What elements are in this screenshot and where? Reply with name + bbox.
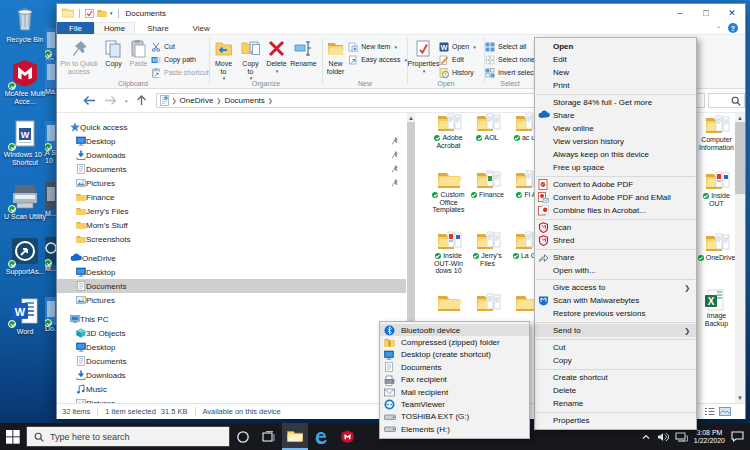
file-item-custom-office-templates[interactable]: Custom Office Templates bbox=[429, 168, 468, 214]
qat-customize-icon[interactable]: ▾ bbox=[110, 10, 113, 16]
nav-item-desktop[interactable]: Desktop bbox=[57, 134, 406, 148]
tab-file[interactable]: File bbox=[57, 22, 94, 34]
nav-item-documents[interactable]: Documents bbox=[57, 162, 406, 176]
menu-item-documents[interactable]: Documents bbox=[380, 361, 529, 373]
taskbar-clock[interactable]: 3:08 PM1/22/2020 bbox=[694, 429, 725, 445]
menu-item-new[interactable]: New bbox=[535, 66, 696, 79]
desktop-icon-mcafee-multi-acce[interactable]: McAfee Multi Acce... bbox=[2, 58, 48, 105]
maximize-button[interactable]: □ bbox=[693, 5, 719, 22]
ribbon-button-copy-to[interactable]: Copy to▾ bbox=[237, 38, 264, 84]
menu-item-combine-files-in-acrobat[interactable]: Combine files in Acrobat... bbox=[535, 204, 696, 217]
menu-item-mail-recipient[interactable]: Mail recipient bbox=[380, 386, 529, 398]
menu-item-shred[interactable]: Shred bbox=[535, 234, 696, 247]
ribbon-button-new-folder[interactable]: New folder bbox=[323, 38, 348, 76]
desktop-icon-partial[interactable]: Ma... bbox=[45, 60, 56, 106]
tray-expand-button[interactable] bbox=[641, 433, 651, 441]
menu-item-restore-previous-versions[interactable]: Restore previous versions bbox=[535, 307, 696, 320]
details-view-icon[interactable] bbox=[704, 407, 715, 416]
nav-section-onedrive[interactable]: OneDrive bbox=[57, 251, 406, 265]
ribbon-button-new-item[interactable]: New item▾ bbox=[348, 41, 407, 52]
menu-item-fax-recipient[interactable]: Fax recipient bbox=[380, 374, 529, 386]
menu-item-free-up-space[interactable]: Free up space bbox=[535, 161, 696, 174]
desktop-icon-u-scan-utility[interactable]: U Scan Utility bbox=[2, 181, 48, 221]
task-view-button[interactable] bbox=[256, 423, 282, 450]
scroll-up-icon[interactable]: ▲ bbox=[407, 114, 415, 122]
menu-item-send-to[interactable]: Send to❯ bbox=[535, 324, 696, 337]
breadcrumb-onedrive[interactable]: OneDrive bbox=[180, 96, 214, 105]
menu-item-view-online[interactable]: View online bbox=[535, 122, 696, 135]
nav-item-documents[interactable]: Documents bbox=[57, 279, 406, 293]
edge-button[interactable] bbox=[308, 423, 334, 450]
back-icon[interactable] bbox=[83, 95, 96, 106]
breadcrumb-documents[interactable]: Documents bbox=[224, 96, 264, 105]
file-item-computer-information[interactable]: Computer Information bbox=[697, 113, 736, 151]
menu-item-edit[interactable]: Edit bbox=[535, 53, 696, 66]
thumbnail-view-icon[interactable] bbox=[719, 407, 731, 416]
file-item-onedrive[interactable]: OneDrive bbox=[697, 231, 736, 262]
menu-item-desktop-create-shortcut[interactable]: Desktop (create shortcut) bbox=[380, 349, 529, 361]
file-item-aol[interactable]: AOL bbox=[468, 113, 507, 142]
nav-item-finance[interactable]: Finance bbox=[57, 190, 406, 204]
ribbon-button-properties[interactable]: Properties▾ bbox=[408, 38, 439, 76]
nav-section-this-pc[interactable]: This PC bbox=[57, 312, 406, 326]
menu-item-bluetooth-device[interactable]: Bluetooth device bbox=[380, 324, 529, 336]
file-scrollbar-thumb[interactable] bbox=[735, 122, 745, 194]
menu-item-rename[interactable]: Rename bbox=[535, 397, 696, 410]
menu-item-share[interactable]: Share bbox=[535, 251, 696, 264]
desktop-icon-windows-10-shortcut[interactable]: WWindows 10 - Shortcut bbox=[2, 119, 48, 166]
volume-button[interactable] bbox=[657, 432, 669, 442]
desktop-icon-recycle-bin[interactable]: Recycle Bin bbox=[2, 4, 48, 44]
up-icon[interactable] bbox=[136, 95, 147, 106]
qat-properties-icon[interactable] bbox=[85, 9, 94, 18]
taskbar-search-input[interactable]: Type here to search bbox=[26, 426, 230, 447]
menu-item-elements-h[interactable]: Elements (H:) bbox=[380, 423, 529, 435]
menu-item-share[interactable]: Share bbox=[535, 109, 696, 122]
minimize-button[interactable]: – bbox=[667, 5, 693, 22]
menu-item-scan-with-malwarebytes[interactable]: Scan with Malwarebytes bbox=[535, 294, 696, 307]
desktop-icon-partial[interactable]: M... bbox=[45, 237, 56, 283]
ribbon-button-open[interactable]: WOpen▾ bbox=[439, 41, 476, 52]
mcafee-button[interactable] bbox=[334, 423, 360, 450]
file-scrollbar[interactable]: ▲ ▼ bbox=[735, 113, 745, 403]
ribbon-button-cut[interactable]: Cut bbox=[151, 41, 209, 52]
network-button[interactable] bbox=[675, 432, 688, 442]
ribbon-collapse-icon[interactable]: ⌃ bbox=[716, 25, 721, 32]
desktop-icon-supportas[interactable]: SupportAs... bbox=[2, 236, 48, 276]
start-button[interactable] bbox=[0, 423, 26, 450]
search-input[interactable] bbox=[708, 93, 745, 108]
menu-item-always-keep-on-this-device[interactable]: Always keep on this device bbox=[535, 148, 696, 161]
scroll-up-icon[interactable]: ▲ bbox=[735, 114, 745, 122]
nav-item-music[interactable]: Music bbox=[57, 382, 406, 396]
menu-item-copy[interactable]: Copy bbox=[535, 354, 696, 367]
nav-item-pictures[interactable]: Pictures bbox=[57, 293, 406, 307]
ribbon-button-copy[interactable]: Copy bbox=[101, 38, 126, 69]
action-center-button[interactable] bbox=[731, 431, 744, 442]
menu-item-give-access-to[interactable]: Give access to❯ bbox=[535, 281, 696, 294]
menu-item-delete[interactable]: Delete bbox=[535, 384, 696, 397]
ribbon-button-edit[interactable]: Edit bbox=[439, 54, 476, 65]
nav-item-desktop[interactable]: Desktop bbox=[57, 340, 406, 354]
ribbon-button-easy-access[interactable]: Easy access▾ bbox=[348, 54, 407, 65]
file-item-jerry-s-files[interactable]: Jerry's Files bbox=[468, 229, 507, 267]
scroll-down-icon[interactable]: ▼ bbox=[735, 394, 745, 402]
menu-item-open-with[interactable]: Open with... bbox=[535, 264, 696, 277]
nav-item-mom-s-stuff[interactable]: Mom's Stuff bbox=[57, 218, 406, 232]
desktop-icon-partial[interactable]: A S 10 bbox=[45, 121, 56, 167]
file-explorer-button[interactable] bbox=[282, 423, 308, 450]
menu-item-create-shortcut[interactable]: Create shortcut bbox=[535, 371, 696, 384]
tab-home[interactable]: Home bbox=[94, 22, 135, 34]
menu-item-open[interactable]: Open bbox=[535, 40, 696, 53]
cortana-button[interactable] bbox=[230, 423, 256, 450]
menu-item-scan[interactable]: Scan bbox=[535, 221, 696, 234]
ribbon-button-pin-to-quick-access[interactable]: Pin to Quick access bbox=[57, 38, 101, 76]
nav-item-documents[interactable]: Documents bbox=[57, 354, 406, 368]
tab-share[interactable]: Share bbox=[138, 22, 177, 34]
menu-item-cut[interactable]: Cut bbox=[535, 341, 696, 354]
menu-item-view-version-history[interactable]: View version history bbox=[535, 135, 696, 148]
recent-locations-icon[interactable]: ▾ bbox=[125, 98, 128, 104]
ribbon-button-paste-shortcut[interactable]: Paste shortcut bbox=[151, 67, 209, 78]
help-icon[interactable]: ? bbox=[728, 23, 738, 33]
menu-item-storage-84-full-get-more[interactable]: Storage 84% full - Get more bbox=[535, 96, 696, 109]
nav-item-jerry-s-files[interactable]: Jerry's Files bbox=[57, 204, 406, 218]
menu-item-teamviewer[interactable]: TeamViewer bbox=[380, 398, 529, 410]
